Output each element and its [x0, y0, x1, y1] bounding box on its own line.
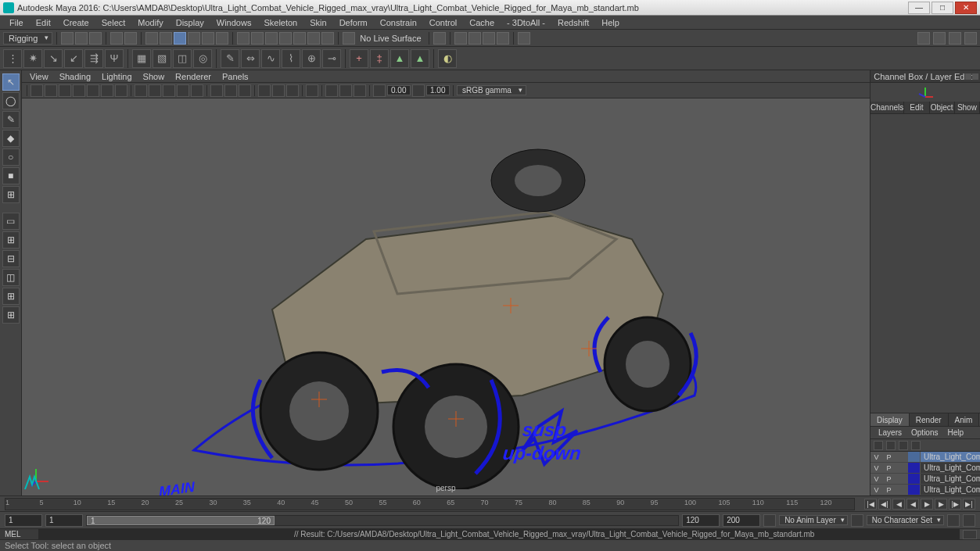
go-to-end-button[interactable]: ▶| — [963, 499, 975, 510]
cube-icon[interactable]: ▦ — [132, 49, 151, 68]
layer-extra-toggle[interactable] — [896, 485, 908, 495]
layout-two-h-icon[interactable]: ⊟ — [2, 250, 20, 267]
go-to-start-button[interactable]: |◀ — [864, 499, 877, 510]
joint-tool-icon[interactable]: ✷ — [23, 49, 42, 68]
menu-display[interactable]: Display — [170, 18, 210, 27]
layer-name[interactable]: Ultra_Light_Combat_V — [921, 453, 980, 461]
menu-select[interactable]: Select — [95, 18, 132, 27]
panel-menu-view[interactable]: View — [25, 72, 53, 81]
resolution-gate-icon[interactable] — [101, 84, 113, 97]
motion-blur-icon[interactable] — [272, 84, 285, 97]
command-input[interactable] — [39, 529, 289, 539]
skeleton-icon[interactable]: Ψ — [105, 49, 124, 68]
dof-icon[interactable] — [306, 84, 318, 97]
paint-weights-icon[interactable]: ✎ — [221, 49, 239, 68]
layer-row[interactable]: V P Ultra_Light_Combat_V — [871, 452, 980, 463]
layer-vis-toggle[interactable]: V — [871, 485, 883, 495]
muscle-icon[interactable]: ▲ — [411, 49, 429, 68]
ik-handle-icon[interactable]: ↘ — [44, 49, 63, 68]
layer-color-swatch[interactable] — [908, 452, 921, 462]
layer-row[interactable]: V P Ultra_Light_Combat_V — [871, 485, 980, 496]
pose-icon[interactable]: ▲ — [390, 49, 409, 68]
menu-windows[interactable]: Windows — [210, 18, 258, 27]
gamma-icon[interactable] — [412, 84, 425, 97]
exposure-icon[interactable] — [325, 84, 338, 97]
xray-joints-icon[interactable] — [239, 84, 251, 97]
save-scene-icon[interactable] — [89, 32, 102, 45]
layer-extra-toggle[interactable] — [896, 463, 908, 473]
layout-custom-icon[interactable]: ⊞ — [2, 306, 20, 324]
lattice-icon[interactable]: ◫ — [173, 49, 192, 68]
menu-create[interactable]: Create — [57, 18, 95, 27]
script-editor-icon[interactable] — [963, 530, 977, 539]
menu-3dtoall[interactable]: - 3DtoAll - — [501, 18, 551, 27]
menu-options[interactable]: Options — [906, 428, 942, 437]
tab-channels[interactable]: Channels — [871, 102, 904, 113]
range-end-field[interactable] — [723, 514, 760, 527]
textured-icon[interactable] — [163, 84, 175, 97]
layer-extra-toggle[interactable] — [896, 452, 908, 462]
blend-shape-icon[interactable]: ⊕ — [302, 49, 321, 68]
constraint-icon[interactable]: + — [350, 49, 368, 68]
layer-type-toggle[interactable]: P — [883, 474, 896, 484]
shadows-icon[interactable] — [191, 84, 203, 97]
select-mask-icon[interactable] — [202, 32, 214, 45]
skin-cluster-icon[interactable]: ⇶ — [84, 49, 103, 68]
snap-curve-icon[interactable] — [251, 32, 264, 45]
playback-start-field[interactable] — [45, 514, 83, 527]
close-button[interactable]: ✕ — [955, 2, 977, 14]
snap-grid-icon[interactable] — [237, 32, 249, 45]
range-reset-icon[interactable] — [763, 514, 776, 527]
menu-help-layers[interactable]: Help — [942, 428, 968, 437]
panel-layout-icon[interactable] — [964, 32, 977, 45]
layer-extra-toggle[interactable] — [896, 474, 908, 484]
tab-edit[interactable]: Edit — [904, 102, 929, 113]
layer-new-icon[interactable] — [874, 441, 883, 450]
tab-anim[interactable]: Anim — [949, 413, 980, 426]
undo-icon[interactable] — [110, 32, 123, 45]
wire-icon[interactable]: ⊸ — [322, 49, 341, 68]
hik-icon[interactable]: ◐ — [438, 49, 457, 68]
image-plane-icon[interactable] — [59, 84, 71, 97]
menu-edit[interactable]: Edit — [30, 18, 57, 27]
layer-color-swatch[interactable] — [908, 463, 921, 473]
select-mask-icon[interactable] — [160, 32, 172, 45]
panel-menu-show[interactable]: Show — [138, 72, 170, 81]
tab-show[interactable]: Show — [955, 102, 980, 113]
camera-select-icon[interactable] — [31, 84, 43, 97]
isolate-select-icon[interactable] — [210, 84, 223, 97]
redo-icon[interactable] — [124, 32, 137, 45]
menu-deform[interactable]: Deform — [333, 18, 374, 27]
layer-down-icon[interactable] — [911, 441, 921, 450]
move-tool[interactable]: ◆ — [2, 130, 20, 147]
layout-two-v-icon[interactable]: ◫ — [2, 269, 20, 286]
prefs-icon[interactable] — [963, 514, 975, 527]
mirror-icon[interactable]: ⇔ — [241, 49, 260, 68]
wrap-icon[interactable]: ⌇ — [282, 49, 300, 68]
menu-layers[interactable]: Layers — [874, 428, 906, 437]
aa-icon[interactable] — [286, 84, 299, 97]
minimize-button[interactable]: — — [908, 2, 930, 14]
layer-vis-toggle[interactable]: V — [871, 452, 883, 462]
lasso-tool[interactable]: ◯ — [2, 92, 20, 109]
gamma-icon[interactable] — [373, 84, 386, 97]
deform-icon[interactable]: ∿ — [261, 49, 280, 68]
menu-skeleton[interactable]: Skeleton — [257, 18, 303, 27]
film-gate-icon[interactable] — [73, 84, 85, 97]
panel-layout-icon[interactable] — [949, 32, 961, 45]
menu-redshift[interactable]: Redshift — [551, 18, 595, 27]
construction-history-icon[interactable] — [433, 32, 446, 45]
range-slider-thumb[interactable]: 1 120 — [87, 516, 275, 525]
paint-select-tool[interactable]: ✎ — [2, 111, 20, 128]
layer-vis-toggle[interactable]: V — [871, 463, 883, 473]
tab-render[interactable]: Render — [910, 413, 949, 426]
layer-type-toggle[interactable]: P — [883, 463, 896, 473]
new-scene-icon[interactable] — [61, 32, 74, 45]
layer-name[interactable]: Ultra_Light_Combat_V — [921, 474, 980, 483]
panel-menu-panels[interactable]: Panels — [217, 72, 253, 81]
panel-menu-renderer[interactable]: Renderer — [171, 72, 216, 81]
bookmark-icon[interactable] — [45, 84, 57, 97]
menu-control[interactable]: Control — [423, 18, 463, 27]
maximize-button[interactable]: □ — [932, 2, 953, 14]
layer-down-icon[interactable] — [899, 441, 908, 450]
